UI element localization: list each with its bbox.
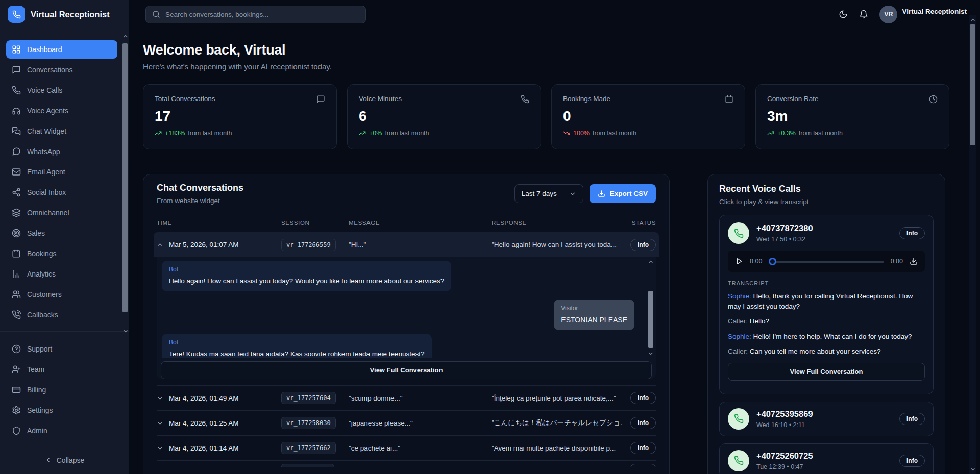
player-total-time: 0:00 (891, 258, 903, 265)
sidebar-item-billing[interactable]: Billing (6, 381, 117, 399)
stat-label: Bookings Made (563, 95, 610, 103)
sidebar-scrollbar[interactable] (122, 33, 129, 335)
sidebar-item-whatsapp[interactable]: WhatsApp (6, 142, 117, 161)
chevron-down-icon[interactable] (157, 395, 163, 402)
chevron-up-icon[interactable] (122, 33, 129, 40)
session-badge: vr_177258030 (281, 417, 336, 429)
table-row[interactable]: Mar 4, 2026, 01:14 AM vr_177257662 "ce p… (157, 435, 656, 460)
brand-title: Virtual Receptionist (31, 10, 110, 19)
sidebar-item-voice-calls[interactable]: Voice Calls (6, 81, 117, 99)
target-icon (12, 229, 21, 238)
export-csv-button[interactable]: Export CSV (590, 184, 656, 203)
sidebar-item-label: Callbacks (27, 311, 58, 319)
page-title: Welcome back, Virtual (143, 42, 949, 58)
voice-call-card-expanded[interactable]: +40737872380 Wed 17:50 • 0:32 Info 0:00 (719, 215, 934, 394)
info-badge[interactable]: Info (630, 392, 656, 404)
layers-icon (12, 208, 21, 217)
table-row[interactable]: Mar 4, 2026, 01:25 AM vr_177258030 "japa… (157, 410, 656, 435)
sidebar-item-omnichannel[interactable]: Omnichannel (6, 204, 117, 222)
search-input[interactable] (165, 11, 359, 18)
help-circle-icon (12, 344, 21, 354)
theme-toggle-button[interactable] (839, 10, 848, 19)
chevron-down-icon[interactable] (648, 350, 654, 357)
transcript-line: Sophie: Hello! I'm here to help. What ca… (728, 332, 925, 342)
sidebar-item-label: Team (27, 365, 44, 373)
table-header: TIME SESSION MESSAGE RESPONSE STATUS (157, 220, 656, 232)
info-badge[interactable]: Info (899, 227, 925, 239)
chevron-down-icon[interactable] (122, 328, 129, 335)
credit-card-icon (12, 385, 21, 394)
app-root: Virtual Receptionist Dashboard Conversat… (0, 0, 980, 474)
sidebar-item-dashboard[interactable]: Dashboard (6, 40, 117, 59)
user-menu[interactable]: VR Virtual Receptionist (879, 6, 967, 23)
table-row-expanded[interactable]: Mar 5, 2026, 01:07 AM vr_177266559 "HI..… (154, 232, 659, 257)
sidebar-item-label: Analytics (27, 270, 56, 278)
stat-delta: +0%from last month (359, 130, 529, 137)
voice-call-card[interactable]: +40725395869 Wed 16:10 • 2:11 Info (719, 402, 934, 436)
chevron-up-icon[interactable] (648, 258, 654, 265)
page-scrollbar[interactable] (969, 15, 976, 474)
row-response: "こんにちは！私はバーチャルレセプショ... (492, 418, 623, 428)
page-scrollbar-thumb[interactable] (970, 24, 975, 145)
phone-icon (521, 95, 529, 104)
sidebar-item-settings[interactable]: Settings (6, 401, 117, 419)
table-row-partial[interactable] (157, 460, 656, 467)
sidebar-item-voice-agents[interactable]: Voice Agents (6, 102, 117, 120)
users-icon (12, 290, 21, 299)
view-full-conversation-button[interactable]: View Full Conversation (728, 363, 925, 381)
sidebar-item-label: Billing (27, 386, 46, 394)
chevron-down-icon[interactable] (157, 420, 163, 427)
phone-avatar-icon (728, 408, 749, 430)
brand-header: Virtual Receptionist (0, 0, 129, 29)
notifications-button[interactable] (859, 10, 868, 19)
voice-call-card[interactable]: +40725260725 Tue 12:39 • 0:47 Info (719, 443, 934, 474)
sidebar-item-social-inbox[interactable]: Social Inbox (6, 183, 117, 202)
voice-panel-subtitle: Click to play & view transcript (719, 198, 934, 206)
sidebar-item-email-agent[interactable]: Email Agent (6, 163, 117, 181)
sidebar-item-customers[interactable]: Customers (6, 285, 117, 304)
sidebar-item-support[interactable]: Support (6, 340, 117, 358)
sidebar-scrollbar-thumb[interactable] (122, 43, 128, 312)
stat-value: 6 (359, 108, 529, 124)
chevron-up-icon[interactable] (157, 241, 163, 248)
info-badge[interactable]: Info (630, 417, 656, 429)
conversation-scrollbar-thumb[interactable] (648, 291, 653, 348)
sidebar-item-admin[interactable]: Admin (6, 421, 117, 440)
slider-thumb[interactable] (769, 258, 776, 265)
transcript-line: Caller: Hello? (728, 316, 925, 327)
download-icon[interactable] (910, 257, 918, 265)
collapse-sidebar-button[interactable]: Collapse (0, 446, 129, 474)
table-row[interactable]: Mar 4, 2026, 01:49 AM vr_177257604 "scum… (157, 385, 656, 410)
transcript-line: Caller: Can you tell me more about your … (728, 346, 925, 357)
sidebar-item-chat-widget[interactable]: Chat Widget (6, 122, 117, 140)
conversation-scrollbar[interactable] (648, 258, 654, 357)
date-range-select[interactable]: Last 7 days (514, 184, 583, 203)
sidebar-item-label: Settings (27, 406, 53, 414)
info-badge[interactable]: Info (899, 413, 925, 425)
chevron-down-icon[interactable] (969, 466, 976, 473)
row-message: "japanesse please..." (349, 419, 492, 427)
info-badge[interactable]: Info (630, 442, 656, 454)
whatsapp-icon (12, 147, 21, 156)
seek-slider[interactable] (769, 258, 884, 265)
info-badge[interactable]: Info (899, 455, 925, 467)
info-badge (630, 464, 656, 467)
global-search[interactable] (145, 6, 366, 23)
session-badge: vr_177257604 (281, 392, 336, 404)
chevron-down-icon[interactable] (157, 445, 163, 452)
sidebar-item-callbacks[interactable]: Callbacks (6, 306, 117, 324)
bar-chart-icon (12, 269, 21, 279)
sidebar-item-analytics[interactable]: Analytics (6, 265, 117, 283)
sidebar-item-conversations[interactable]: Conversations (6, 61, 117, 79)
sidebar-item-bookings[interactable]: Bookings (6, 244, 117, 263)
sidebar-item-sales[interactable]: Sales (6, 224, 117, 242)
user-plus-icon (12, 365, 21, 374)
sidebar-item-team[interactable]: Team (6, 360, 117, 379)
conversation-thread: Bot Hello again! How can I assist you to… (157, 257, 656, 358)
chevron-up-icon[interactable] (969, 16, 976, 23)
play-icon[interactable] (735, 257, 743, 265)
view-full-conversation-button[interactable]: View Full Conversation (161, 361, 652, 379)
stat-delta: 100%from last month (563, 130, 733, 137)
info-badge[interactable]: Info (630, 239, 656, 251)
dashboard-grid-icon (12, 45, 21, 54)
